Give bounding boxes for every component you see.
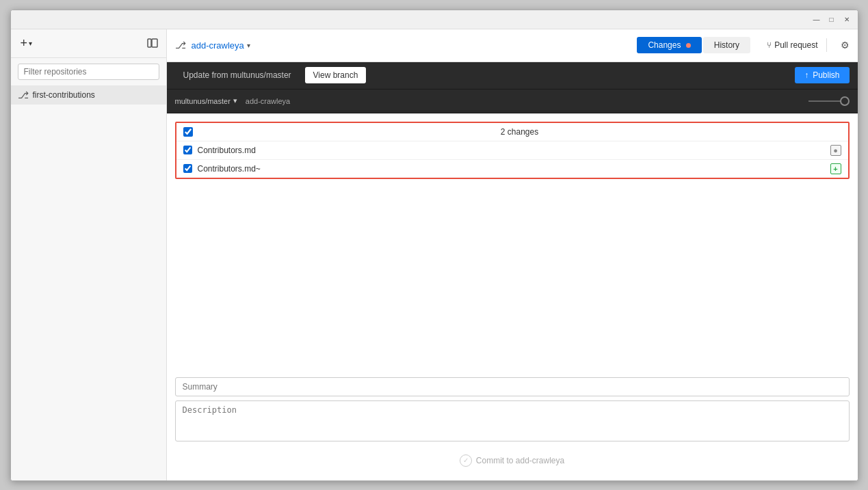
- sidebar-top: + ▾: [11, 29, 166, 58]
- commit-area: ✓ Commit to add-crawleya: [167, 369, 858, 480]
- branch-path-sub-label: add-crawleya: [246, 97, 290, 105]
- pull-request-icon: ⑂: [767, 40, 772, 50]
- select-all-checkbox[interactable]: [183, 127, 193, 137]
- branch-path-bar: multunus/master ▾ add-crawleya: [167, 90, 858, 113]
- branch-icon: ⎇: [175, 40, 186, 51]
- file-name-contributors-md: Contributors.md: [198, 146, 830, 155]
- pull-request-button[interactable]: ⑂ Pull request: [767, 40, 817, 50]
- changes-area: 2 changes Contributors.md ● Contributors…: [167, 113, 858, 480]
- sidebar: + ▾ ⎇ first-contributions: [11, 29, 167, 480]
- branch-selector[interactable]: add-crawleya ▾: [192, 40, 250, 51]
- add-caret-icon: ▾: [29, 40, 32, 47]
- repository-icon: ⎇: [18, 90, 29, 100]
- file-row-contributors-md: Contributors.md ●: [176, 141, 848, 160]
- publish-button[interactable]: ↑ Publish: [795, 67, 849, 83]
- header-bar: ⎇ add-crawleya ▾ Changes History ⑂: [167, 29, 858, 62]
- branch-name-label: add-crawleya: [192, 40, 244, 51]
- branch-dropdown-caret-icon: ▾: [247, 42, 250, 49]
- view-branch-button[interactable]: View branch: [305, 67, 367, 83]
- filter-repositories-input[interactable]: [18, 64, 159, 80]
- branch-path-main-label: multunus/master: [175, 97, 231, 105]
- plus-icon: +: [21, 36, 28, 51]
- pull-request-label: Pull request: [774, 40, 817, 50]
- tab-group: Changes History: [637, 37, 750, 53]
- tab-history-label: History: [714, 40, 739, 50]
- file-name-contributors-md-tilde: Contributors.md~: [198, 164, 830, 174]
- publish-icon: ↑: [804, 70, 808, 80]
- commit-button[interactable]: ✓ Commit to add-crawleya: [175, 449, 850, 472]
- file-badge-modified: ●: [830, 145, 841, 156]
- file-checkbox-contributors-md[interactable]: [183, 146, 192, 154]
- close-button[interactable]: ✕: [841, 14, 852, 25]
- tab-changes[interactable]: Changes: [637, 37, 701, 53]
- publish-label: Publish: [813, 70, 839, 80]
- gear-icon: ⚙: [841, 40, 850, 51]
- branch-path-caret-icon: ▾: [233, 96, 237, 105]
- toolbar: Update from multunus/master View branch …: [167, 62, 858, 90]
- changes-panel: 2 changes Contributors.md ● Contributors…: [175, 122, 850, 179]
- changes-dot-indicator: [686, 43, 691, 48]
- divider: [826, 38, 827, 52]
- svg-rect-1: [152, 39, 157, 47]
- modified-badge-icon: ●: [833, 146, 838, 154]
- file-badge-added: +: [830, 163, 841, 174]
- update-branch-button[interactable]: Update from multunus/master: [175, 67, 300, 83]
- minimize-button[interactable]: —: [811, 14, 822, 25]
- branch-endpoint-circle: [840, 96, 850, 106]
- branch-line: [808, 100, 843, 102]
- maximize-button[interactable]: □: [826, 14, 837, 25]
- branch-path-main[interactable]: multunus/master ▾: [175, 96, 237, 105]
- description-input[interactable]: [175, 400, 850, 441]
- changes-count-label: 2 changes: [198, 127, 841, 137]
- added-badge-icon: +: [833, 165, 837, 173]
- main-content: ⎇ add-crawleya ▾ Changes History ⑂: [167, 29, 858, 480]
- app-window: — □ ✕ + ▾ ⎇ first-contribut: [10, 10, 858, 481]
- title-bar: — □ ✕: [11, 10, 858, 29]
- update-branch-label: Update from multunus/master: [183, 70, 291, 80]
- toggle-sidebar-button[interactable]: [146, 36, 159, 50]
- changes-spacer: [167, 179, 858, 369]
- tab-changes-label: Changes: [648, 40, 681, 50]
- file-checkbox-contributors-md-tilde[interactable]: [183, 164, 192, 173]
- repository-name: first-contributions: [33, 90, 95, 100]
- summary-input[interactable]: [175, 377, 850, 396]
- repository-item[interactable]: ⎇ first-contributions: [11, 85, 166, 105]
- tab-history[interactable]: History: [703, 37, 750, 53]
- commit-label: Commit to add-crawleya: [476, 456, 564, 465]
- file-row-contributors-md-tilde: Contributors.md~ +: [176, 160, 848, 178]
- add-repository-button[interactable]: + ▾: [18, 35, 36, 52]
- sidebar-toggle-icon: [147, 38, 158, 49]
- view-branch-label: View branch: [313, 70, 358, 80]
- commit-checkmark-icon: ✓: [460, 454, 472, 467]
- changes-header: 2 changes: [176, 123, 848, 141]
- branch-timeline-container: [808, 92, 850, 110]
- settings-button[interactable]: ⚙: [841, 40, 850, 51]
- app-body: + ▾ ⎇ first-contributions ⎇: [11, 29, 858, 480]
- svg-rect-0: [148, 39, 151, 47]
